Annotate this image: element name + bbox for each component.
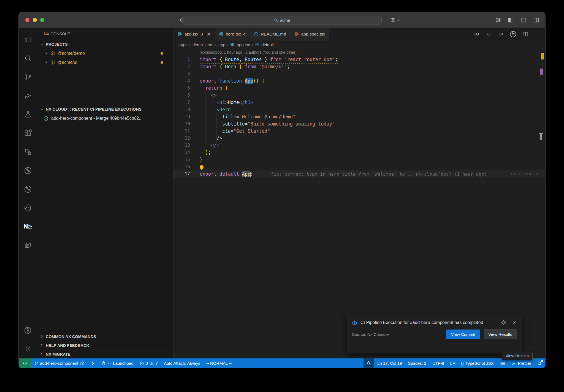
code-line[interactable]: 2import { Hero } from '@acme/ui'; [173,63,545,70]
code-line[interactable]: 9 title="Welcome @acme/demo" [173,113,545,120]
breadcrumb-item[interactable]: demo [192,42,203,47]
more-actions-icon[interactable]: ··· [534,32,540,37]
project-graph-icon[interactable] [19,142,37,161]
code-line[interactable]: 1import { Route, Routes } from 'react-ro… [173,56,545,63]
view-commit-button[interactable]: View Commit [446,330,480,339]
code-line[interactable]: 12 /> [173,135,545,142]
nx-cloud-section-header[interactable]: NX CLOUD :: RECENT CI PIPELINE EXECUTION… [37,105,173,114]
extensions-icon[interactable] [19,124,37,142]
breadcrumb-item[interactable]: src [208,42,213,47]
projects-section-header[interactable]: PROJECTS [37,40,173,49]
close-icon[interactable]: ✕ [207,31,211,37]
go-forward-icon[interactable] [498,31,504,37]
breadcrumb-item[interactable]: app.tsx [237,42,250,47]
problems-item[interactable]: 0 7 [137,358,161,368]
tab-hero-tsx[interactable]: hero.tsx 4 [215,28,250,40]
split-editor-icon[interactable] [522,31,528,37]
current-position-icon[interactable] [486,31,492,37]
line-number[interactable]: 10 [173,120,190,127]
line-number[interactable]: 14 [173,149,190,156]
section-help-and-feedback[interactable]: HELP AND FEEDBACK [37,341,173,350]
encoding-item[interactable]: UTF-8 [429,358,447,368]
line-number[interactable]: 7 [173,99,190,106]
launchpad-item[interactable]: Launchpad [98,358,136,368]
line-number[interactable]: 6 [173,92,190,99]
vim-mode-item[interactable]: -- NORMAL -- [203,358,235,368]
code-line[interactable]: 10 subtitle="Build something amazing tod… [173,120,545,127]
git-graph-item[interactable] [88,358,98,368]
code-line[interactable]: 7 <h1>Home</h1> [173,99,545,106]
code-line[interactable]: 15} [173,156,545,163]
line-number[interactable]: 9 [173,113,190,120]
code-line[interactable]: 14 ); [173,149,545,156]
nx-console-icon[interactable]: N≥ [19,217,37,236]
testing-icon[interactable] [19,105,37,124]
breadcrumb-item[interactable]: default [261,42,274,47]
edge-tools-icon[interactable] [19,198,37,217]
line-number[interactable]: 2 [173,63,190,70]
tab-app-spec-tsx[interactable]: app.spec.tsx [290,28,329,40]
zoom-indicator[interactable] [364,358,374,368]
line-number[interactable]: 13 [173,142,190,149]
line-number[interactable]: 15 [173,156,190,163]
line-number[interactable]: 11 [173,127,190,135]
toggle-panel-icon[interactable] [520,17,527,23]
code-line[interactable]: 6 <> [173,92,545,99]
line-number[interactable]: 16 [173,163,190,170]
tab-app-tsx[interactable]: app.tsx 3 ✕ [173,28,215,40]
line-number[interactable]: 4 [173,77,190,85]
remote-indicator[interactable] [19,358,31,368]
section-nx-migrate[interactable]: NX MIGRATE [37,350,173,358]
auto-attach-item[interactable]: Auto Attach: Always [161,358,203,368]
run-and-debug-icon[interactable] [19,86,37,105]
close-window-button[interactable] [25,18,29,22]
search-icon[interactable] [19,49,37,67]
project-item-acme-demo[interactable]: @acme/demo [37,49,173,58]
breadcrumb-item[interactable]: apps [178,42,188,47]
notifications-bell-item[interactable] [534,358,545,368]
line-number[interactable]: 1 [173,56,190,63]
code-editor[interactable]: nx-cloud[bot], 1 hour ago | 2 authors (Y… [173,49,545,358]
explorer-icon[interactable] [19,30,37,49]
section-common-nx-commands[interactable]: COMMON NX COMMANDS [37,332,173,341]
customize-layout-icon[interactable] [495,17,501,23]
code-line[interactable]: 5 return ( [173,85,545,92]
toggle-primary-sidebar-icon[interactable] [508,17,514,23]
language-mode-item[interactable]: {} TypeScript JSX [458,358,497,368]
eol-item[interactable]: LF [447,358,458,368]
command-center-search[interactable]: acme [182,16,382,24]
maximize-window-button[interactable] [40,18,44,22]
pipeline-execution-item[interactable]: add-hero-component - Merge 409b44e5cb02.… [37,114,173,123]
line-number[interactable]: 17 [173,170,190,178]
code-line[interactable]: 16 [173,163,545,170]
line-number[interactable]: 12 [173,135,190,142]
copilot-menu[interactable] [390,17,400,23]
code-line[interactable]: 13 </> [173,142,545,149]
go-back-icon[interactable] [474,31,480,37]
code-line[interactable]: 11 cta="Get Started" [173,127,545,135]
codelens-blame[interactable]: nx-cloud[bot], 1 hour ago | 2 authors (Y… [173,49,545,56]
accounts-icon[interactable] [19,321,37,340]
line-number[interactable]: 5 [173,85,190,92]
notification-settings-gear-icon[interactable] [501,320,506,325]
cursor-position-item[interactable]: Ln 17, Col 19 [374,358,405,368]
run-or-debug-icon[interactable] [509,31,517,38]
code-line[interactable]: 8 <Hero [173,106,545,113]
containers-icon[interactable] [19,236,37,255]
more-actions-icon[interactable]: ··· [160,31,167,37]
indentation-item[interactable]: Spaces: 2 [405,358,429,368]
line-number[interactable]: 3 [173,70,190,77]
code-line[interactable]: 4export function App() { [173,77,545,85]
code-line[interactable]: 17export default App;fix: correct typo i… [173,170,545,178]
source-control-icon[interactable] [19,67,37,86]
code-line[interactable]: 3 [173,70,545,77]
git-branch-item[interactable]: add-hero-component [31,358,88,368]
toggle-secondary-sidebar-icon[interactable] [533,17,539,23]
gitlens-icon[interactable] [19,161,37,180]
line-number[interactable]: 8 [173,106,190,113]
gitlens-inspect-icon[interactable] [19,180,37,198]
project-item-acme-ui[interactable]: @acme/ui [37,58,173,67]
settings-gear-icon[interactable] [19,340,37,358]
notification-close-icon[interactable] [512,320,517,325]
view-results-button[interactable]: View Results [484,330,517,339]
